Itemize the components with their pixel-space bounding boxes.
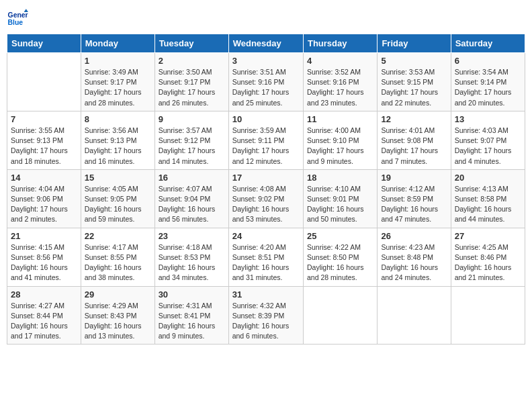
calendar-cell: 13Sunrise: 4:03 AM Sunset: 9:07 PM Dayli… [451,111,525,169]
day-info: Sunrise: 3:49 AM Sunset: 9:17 PM Dayligh… [85,67,151,108]
day-number: 12 [381,114,447,124]
day-number: 2 [159,56,225,66]
weekday-header-friday: Friday [378,34,451,53]
day-number: 18 [307,173,373,183]
day-info: Sunrise: 4:00 AM Sunset: 9:10 PM Dayligh… [307,126,373,167]
day-number: 11 [307,114,373,124]
day-number: 13 [455,114,521,124]
day-info: Sunrise: 4:29 AM Sunset: 8:43 PM Dayligh… [85,301,151,342]
day-number: 21 [11,231,77,241]
day-info: Sunrise: 4:20 AM Sunset: 8:51 PM Dayligh… [232,242,300,283]
day-info: Sunrise: 4:04 AM Sunset: 9:06 PM Dayligh… [11,184,77,225]
day-number: 19 [381,173,447,183]
calendar-cell: 27Sunrise: 4:25 AM Sunset: 8:46 PM Dayli… [451,228,525,286]
day-info: Sunrise: 3:57 AM Sunset: 9:12 PM Dayligh… [159,126,225,167]
day-info: Sunrise: 4:03 AM Sunset: 9:07 PM Dayligh… [455,126,521,167]
calendar-table: SundayMondayTuesdayWednesdayThursdayFrid… [7,34,525,345]
day-info: Sunrise: 4:25 AM Sunset: 8:46 PM Dayligh… [455,242,521,283]
calendar-cell: 30Sunrise: 4:31 AM Sunset: 8:41 PM Dayli… [154,286,228,345]
day-number: 6 [455,56,521,66]
calendar-cell: 25Sunrise: 4:22 AM Sunset: 8:50 PM Dayli… [303,228,377,286]
day-info: Sunrise: 4:12 AM Sunset: 8:59 PM Dayligh… [381,184,447,225]
calendar-cell: 3Sunrise: 3:51 AM Sunset: 9:16 PM Daylig… [228,53,303,111]
calendar-cell: 14Sunrise: 4:04 AM Sunset: 9:06 PM Dayli… [7,169,81,228]
week-row-1: 1Sunrise: 3:49 AM Sunset: 9:17 PM Daylig… [7,53,525,111]
day-info: Sunrise: 4:17 AM Sunset: 8:55 PM Dayligh… [85,242,151,283]
week-row-5: 28Sunrise: 4:27 AM Sunset: 8:44 PM Dayli… [7,286,525,345]
calendar-cell: 1Sunrise: 3:49 AM Sunset: 9:17 PM Daylig… [81,53,154,111]
day-number: 4 [307,56,373,66]
day-info: Sunrise: 4:10 AM Sunset: 9:01 PM Dayligh… [307,184,373,225]
day-number: 24 [232,231,300,241]
calendar-cell [451,286,525,345]
day-info: Sunrise: 4:22 AM Sunset: 8:50 PM Dayligh… [307,242,373,283]
day-info: Sunrise: 4:32 AM Sunset: 8:39 PM Dayligh… [232,301,300,342]
weekday-header-row: SundayMondayTuesdayWednesdayThursdayFrid… [7,34,525,53]
calendar-cell: 31Sunrise: 4:32 AM Sunset: 8:39 PM Dayli… [228,286,303,345]
calendar-cell: 5Sunrise: 3:53 AM Sunset: 9:15 PM Daylig… [378,53,451,111]
day-number: 16 [159,173,225,183]
day-info: Sunrise: 3:50 AM Sunset: 9:17 PM Dayligh… [159,67,225,108]
day-number: 29 [85,289,151,300]
day-number: 20 [455,173,521,183]
day-info: Sunrise: 4:15 AM Sunset: 8:56 PM Dayligh… [11,242,77,283]
calendar-cell: 9Sunrise: 3:57 AM Sunset: 9:12 PM Daylig… [154,111,228,169]
calendar-cell: 28Sunrise: 4:27 AM Sunset: 8:44 PM Dayli… [7,286,81,345]
day-info: Sunrise: 4:07 AM Sunset: 9:04 PM Dayligh… [159,184,225,225]
day-info: Sunrise: 4:05 AM Sunset: 9:05 PM Dayligh… [85,184,151,225]
day-number: 15 [85,173,151,183]
day-info: Sunrise: 4:01 AM Sunset: 9:08 PM Dayligh… [381,126,447,167]
calendar-cell: 7Sunrise: 3:55 AM Sunset: 9:13 PM Daylig… [7,111,81,169]
calendar-cell: 2Sunrise: 3:50 AM Sunset: 9:17 PM Daylig… [154,53,228,111]
calendar-cell: 24Sunrise: 4:20 AM Sunset: 8:51 PM Dayli… [228,228,303,286]
day-info: Sunrise: 3:56 AM Sunset: 9:13 PM Dayligh… [85,126,151,167]
calendar-cell: 15Sunrise: 4:05 AM Sunset: 9:05 PM Dayli… [81,169,154,228]
day-number: 3 [232,56,300,66]
day-info: Sunrise: 4:08 AM Sunset: 9:02 PM Dayligh… [232,184,300,225]
day-number: 22 [85,231,151,241]
day-info: Sunrise: 4:23 AM Sunset: 8:48 PM Dayligh… [381,242,447,283]
day-info: Sunrise: 3:52 AM Sunset: 9:16 PM Dayligh… [307,67,373,108]
calendar-cell: 26Sunrise: 4:23 AM Sunset: 8:48 PM Dayli… [378,228,451,286]
day-info: Sunrise: 3:54 AM Sunset: 9:14 PM Dayligh… [455,67,521,108]
day-number: 9 [159,114,225,124]
day-number: 5 [381,56,447,66]
calendar-cell: 23Sunrise: 4:18 AM Sunset: 8:53 PM Dayli… [154,228,228,286]
weekday-header-thursday: Thursday [303,34,377,53]
day-number: 17 [232,173,300,183]
calendar-cell: 29Sunrise: 4:29 AM Sunset: 8:43 PM Dayli… [81,286,154,345]
day-number: 27 [455,231,521,241]
day-info: Sunrise: 4:18 AM Sunset: 8:53 PM Dayligh… [159,242,225,283]
calendar-cell: 17Sunrise: 4:08 AM Sunset: 9:02 PM Dayli… [228,169,303,228]
day-number: 8 [85,114,151,124]
week-row-3: 14Sunrise: 4:04 AM Sunset: 9:06 PM Dayli… [7,169,525,228]
svg-text:Blue: Blue [8,19,24,26]
day-number: 30 [159,289,225,300]
calendar-cell: 12Sunrise: 4:01 AM Sunset: 9:08 PM Dayli… [378,111,451,169]
calendar-cell: 8Sunrise: 3:56 AM Sunset: 9:13 PM Daylig… [81,111,154,169]
calendar-cell [303,286,377,345]
day-info: Sunrise: 3:55 AM Sunset: 9:13 PM Dayligh… [11,126,77,167]
weekday-header-saturday: Saturday [451,34,525,53]
calendar-cell [378,286,451,345]
day-number: 25 [307,231,373,241]
weekday-header-monday: Monday [81,34,154,53]
day-number: 31 [232,289,300,300]
day-number: 26 [381,231,447,241]
day-info: Sunrise: 3:53 AM Sunset: 9:15 PM Dayligh… [381,67,447,108]
calendar-cell: 6Sunrise: 3:54 AM Sunset: 9:14 PM Daylig… [451,53,525,111]
day-info: Sunrise: 4:27 AM Sunset: 8:44 PM Dayligh… [11,301,77,342]
day-number: 28 [11,289,77,300]
day-info: Sunrise: 3:51 AM Sunset: 9:16 PM Dayligh… [232,67,300,108]
day-number: 14 [11,173,77,183]
logo: General Blue [7,7,28,28]
calendar-cell: 16Sunrise: 4:07 AM Sunset: 9:04 PM Dayli… [154,169,228,228]
calendar-cell [7,53,81,111]
calendar-cell: 20Sunrise: 4:13 AM Sunset: 8:58 PM Dayli… [451,169,525,228]
logo-icon: General Blue [7,7,28,28]
day-number: 10 [232,114,300,124]
header: General Blue [7,7,525,28]
weekday-header-wednesday: Wednesday [228,34,303,53]
day-info: Sunrise: 4:13 AM Sunset: 8:58 PM Dayligh… [455,184,521,225]
day-info: Sunrise: 3:59 AM Sunset: 9:11 PM Dayligh… [232,126,300,167]
